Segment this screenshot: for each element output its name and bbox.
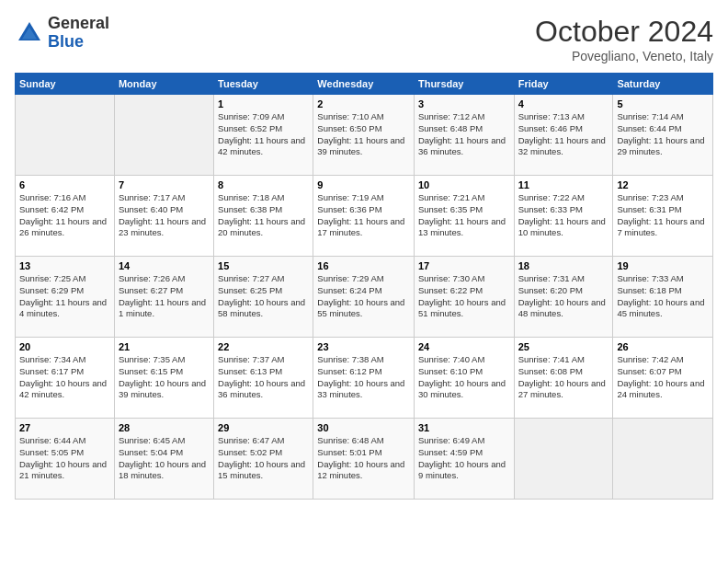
day-cell: 23Sunrise: 7:38 AMSunset: 6:12 PMDayligh… xyxy=(313,338,415,419)
day-info: Sunrise: 7:09 AMSunset: 6:52 PMDaylight:… xyxy=(218,111,309,158)
day-number: 20 xyxy=(19,341,110,352)
day-number: 23 xyxy=(317,341,410,352)
day-info: Sunrise: 7:31 AMSunset: 6:20 PMDaylight:… xyxy=(518,273,609,320)
day-info: Sunrise: 7:13 AMSunset: 6:46 PMDaylight:… xyxy=(518,111,609,158)
day-cell: 21Sunrise: 7:35 AMSunset: 6:15 PMDayligh… xyxy=(114,338,213,419)
day-cell: 9Sunrise: 7:19 AMSunset: 6:36 PMDaylight… xyxy=(313,176,415,257)
day-number: 17 xyxy=(418,260,510,271)
day-number: 29 xyxy=(218,422,309,433)
day-cell: 29Sunrise: 6:47 AMSunset: 5:02 PMDayligh… xyxy=(214,419,313,500)
header: General Blue October 2024 Povegliano, Ve… xyxy=(15,15,713,63)
day-number: 4 xyxy=(518,98,609,109)
day-number: 12 xyxy=(617,179,709,190)
day-number: 31 xyxy=(418,422,510,433)
day-info: Sunrise: 7:35 AMSunset: 6:15 PMDaylight:… xyxy=(119,354,210,401)
day-number: 15 xyxy=(218,260,309,271)
day-info: Sunrise: 7:40 AMSunset: 6:10 PMDaylight:… xyxy=(418,354,510,401)
day-info: Sunrise: 7:12 AMSunset: 6:48 PMDaylight:… xyxy=(418,111,510,158)
week-row-1: 1Sunrise: 7:09 AMSunset: 6:52 PMDaylight… xyxy=(16,95,713,176)
day-number: 8 xyxy=(218,179,309,190)
day-number: 28 xyxy=(119,422,210,433)
calendar-body: 1Sunrise: 7:09 AMSunset: 6:52 PMDaylight… xyxy=(16,95,713,500)
day-info: Sunrise: 7:22 AMSunset: 6:33 PMDaylight:… xyxy=(518,192,609,239)
col-sunday: Sunday xyxy=(16,74,115,95)
day-info: Sunrise: 7:18 AMSunset: 6:38 PMDaylight:… xyxy=(218,192,309,239)
day-number: 18 xyxy=(518,260,609,271)
day-number: 5 xyxy=(617,98,709,109)
day-cell: 15Sunrise: 7:27 AMSunset: 6:25 PMDayligh… xyxy=(214,257,313,338)
day-info: Sunrise: 7:42 AMSunset: 6:07 PMDaylight:… xyxy=(617,354,709,401)
day-cell: 7Sunrise: 7:17 AMSunset: 6:40 PMDaylight… xyxy=(114,176,213,257)
day-cell: 3Sunrise: 7:12 AMSunset: 6:48 PMDaylight… xyxy=(414,95,514,176)
logo-icon xyxy=(15,18,44,48)
day-cell: 22Sunrise: 7:37 AMSunset: 6:13 PMDayligh… xyxy=(214,338,313,419)
day-info: Sunrise: 7:29 AMSunset: 6:24 PMDaylight:… xyxy=(317,273,410,320)
col-saturday: Saturday xyxy=(613,74,713,95)
day-number: 9 xyxy=(317,179,410,190)
day-number: 21 xyxy=(119,341,210,352)
day-cell: 19Sunrise: 7:33 AMSunset: 6:18 PMDayligh… xyxy=(613,257,713,338)
day-cell xyxy=(114,95,213,176)
day-cell: 13Sunrise: 7:25 AMSunset: 6:29 PMDayligh… xyxy=(16,257,115,338)
day-cell: 14Sunrise: 7:26 AMSunset: 6:27 PMDayligh… xyxy=(114,257,213,338)
day-info: Sunrise: 6:48 AMSunset: 5:01 PMDaylight:… xyxy=(317,435,410,482)
logo-general: General xyxy=(48,14,109,32)
day-cell: 18Sunrise: 7:31 AMSunset: 6:20 PMDayligh… xyxy=(514,257,613,338)
day-cell xyxy=(514,419,613,500)
day-info: Sunrise: 7:21 AMSunset: 6:35 PMDaylight:… xyxy=(418,192,510,239)
day-cell: 1Sunrise: 7:09 AMSunset: 6:52 PMDaylight… xyxy=(214,95,313,176)
day-number: 16 xyxy=(317,260,410,271)
logo: General Blue xyxy=(15,15,109,52)
day-cell: 8Sunrise: 7:18 AMSunset: 6:38 PMDaylight… xyxy=(214,176,313,257)
day-cell: 5Sunrise: 7:14 AMSunset: 6:44 PMDaylight… xyxy=(613,95,713,176)
day-cell: 28Sunrise: 6:45 AMSunset: 5:04 PMDayligh… xyxy=(114,419,213,500)
day-cell: 31Sunrise: 6:49 AMSunset: 4:59 PMDayligh… xyxy=(414,419,514,500)
day-number: 1 xyxy=(218,98,309,109)
day-cell: 20Sunrise: 7:34 AMSunset: 6:17 PMDayligh… xyxy=(16,338,115,419)
day-number: 26 xyxy=(617,341,709,352)
day-number: 6 xyxy=(19,179,110,190)
day-info: Sunrise: 7:10 AMSunset: 6:50 PMDaylight:… xyxy=(317,111,410,158)
day-cell: 25Sunrise: 7:41 AMSunset: 6:08 PMDayligh… xyxy=(514,338,613,419)
day-info: Sunrise: 7:16 AMSunset: 6:42 PMDaylight:… xyxy=(19,192,110,239)
col-friday: Friday xyxy=(514,74,613,95)
day-info: Sunrise: 7:26 AMSunset: 6:27 PMDaylight:… xyxy=(119,273,210,320)
day-cell: 30Sunrise: 6:48 AMSunset: 5:01 PMDayligh… xyxy=(313,419,415,500)
day-cell: 6Sunrise: 7:16 AMSunset: 6:42 PMDaylight… xyxy=(16,176,115,257)
day-number: 11 xyxy=(518,179,609,190)
logo-blue: Blue xyxy=(48,32,84,51)
title-block: October 2024 Povegliano, Veneto, Italy xyxy=(535,15,713,63)
week-row-3: 13Sunrise: 7:25 AMSunset: 6:29 PMDayligh… xyxy=(16,257,713,338)
day-cell: 26Sunrise: 7:42 AMSunset: 6:07 PMDayligh… xyxy=(613,338,713,419)
day-info: Sunrise: 7:33 AMSunset: 6:18 PMDaylight:… xyxy=(617,273,709,320)
day-number: 30 xyxy=(317,422,410,433)
day-cell xyxy=(613,419,713,500)
calendar-table: Sunday Monday Tuesday Wednesday Thursday… xyxy=(15,73,713,500)
col-wednesday: Wednesday xyxy=(313,74,415,95)
day-info: Sunrise: 7:14 AMSunset: 6:44 PMDaylight:… xyxy=(617,111,709,158)
week-row-2: 6Sunrise: 7:16 AMSunset: 6:42 PMDaylight… xyxy=(16,176,713,257)
day-info: Sunrise: 7:27 AMSunset: 6:25 PMDaylight:… xyxy=(218,273,309,320)
day-cell: 17Sunrise: 7:30 AMSunset: 6:22 PMDayligh… xyxy=(414,257,514,338)
col-thursday: Thursday xyxy=(414,74,514,95)
day-number: 25 xyxy=(518,341,609,352)
week-row-5: 27Sunrise: 6:44 AMSunset: 5:05 PMDayligh… xyxy=(16,419,713,500)
day-info: Sunrise: 7:23 AMSunset: 6:31 PMDaylight:… xyxy=(617,192,709,239)
day-number: 19 xyxy=(617,260,709,271)
day-cell: 4Sunrise: 7:13 AMSunset: 6:46 PMDaylight… xyxy=(514,95,613,176)
day-number: 14 xyxy=(119,260,210,271)
day-cell xyxy=(16,95,115,176)
calendar-header: Sunday Monday Tuesday Wednesday Thursday… xyxy=(16,74,713,95)
day-info: Sunrise: 7:37 AMSunset: 6:13 PMDaylight:… xyxy=(218,354,309,401)
col-monday: Monday xyxy=(114,74,213,95)
day-info: Sunrise: 7:30 AMSunset: 6:22 PMDaylight:… xyxy=(418,273,510,320)
day-cell: 27Sunrise: 6:44 AMSunset: 5:05 PMDayligh… xyxy=(16,419,115,500)
day-info: Sunrise: 6:49 AMSunset: 4:59 PMDaylight:… xyxy=(418,435,510,482)
col-tuesday: Tuesday xyxy=(214,74,313,95)
day-info: Sunrise: 6:47 AMSunset: 5:02 PMDaylight:… xyxy=(218,435,309,482)
month-title: October 2024 xyxy=(535,15,713,49)
day-cell: 10Sunrise: 7:21 AMSunset: 6:35 PMDayligh… xyxy=(414,176,514,257)
day-number: 10 xyxy=(418,179,510,190)
day-cell: 16Sunrise: 7:29 AMSunset: 6:24 PMDayligh… xyxy=(313,257,415,338)
day-cell: 11Sunrise: 7:22 AMSunset: 6:33 PMDayligh… xyxy=(514,176,613,257)
